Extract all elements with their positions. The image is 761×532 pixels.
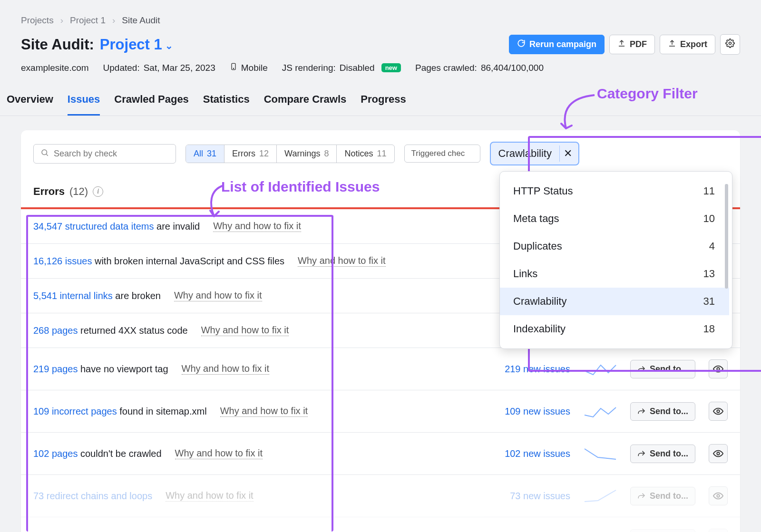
new-issues-link[interactable]: 109 new issues: [475, 406, 570, 417]
tab-crawled-pages[interactable]: Crawled Pages: [114, 86, 189, 116]
settings-button[interactable]: [720, 34, 740, 55]
why-fix-link[interactable]: Why and how to fix it: [201, 325, 289, 336]
issue-link[interactable]: 268 pages: [33, 325, 78, 336]
why-fix-link[interactable]: Why and how to fix it: [298, 255, 386, 267]
why-fix-link[interactable]: Why and how to fix it: [213, 221, 301, 232]
why-fix-link[interactable]: Why and how to fix it: [175, 448, 263, 459]
category-option-count: 13: [703, 268, 715, 280]
issue-link[interactable]: 219 pages: [33, 364, 78, 374]
crawled-label: Pages crawled:: [415, 63, 477, 73]
send-to-button[interactable]: Send to...: [630, 402, 695, 421]
pdf-button[interactable]: PDF: [609, 35, 655, 54]
share-icon: [637, 492, 646, 500]
meta-row: examplesite.com Updated: Sat, Mar 25, 20…: [0, 55, 761, 86]
send-to-label: Send to...: [650, 491, 688, 501]
category-option[interactable]: Indexability18: [500, 315, 729, 343]
tab-progress[interactable]: Progress: [361, 86, 406, 116]
why-fix-link[interactable]: Why and how to fix it: [166, 490, 254, 502]
hide-button[interactable]: [709, 359, 728, 378]
issue-link[interactable]: 34,547 structured data items: [33, 221, 154, 232]
export-label: Export: [680, 39, 707, 49]
seg-errors[interactable]: Errors 12: [224, 145, 277, 163]
new-issues-link[interactable]: 73 new issues: [475, 491, 570, 502]
send-to-button[interactable]: Send to...: [630, 445, 695, 463]
seg-all-count: 31: [207, 149, 216, 159]
hide-button[interactable]: [709, 402, 728, 421]
why-fix-link[interactable]: Why and how to fix it: [174, 290, 262, 301]
category-option[interactable]: Meta tags10: [500, 205, 729, 232]
seg-warnings[interactable]: Warnings 8: [277, 145, 337, 163]
send-to-button[interactable]: Send to...: [630, 529, 695, 532]
seg-all[interactable]: All 31: [186, 145, 224, 163]
issue-link[interactable]: 109 incorrect pages: [33, 406, 117, 416]
pdf-label: PDF: [630, 39, 647, 49]
send-to-button[interactable]: Send to...: [630, 360, 695, 378]
eye-icon: [713, 364, 723, 374]
new-issues-link[interactable]: 219 new issues: [475, 364, 570, 375]
why-fix-link[interactable]: Why and how to fix it: [220, 406, 308, 417]
category-option-count: 4: [709, 240, 715, 252]
issue-row: 73 redirect chains and loops Why and how…: [21, 475, 740, 517]
export-button[interactable]: Export: [660, 35, 715, 54]
issue-desc: 109 incorrect pages found in sitemap.xml…: [33, 406, 462, 417]
tab-compare-crawls[interactable]: Compare Crawls: [264, 86, 347, 116]
issue-text: found in sitemap.xml: [119, 406, 206, 416]
issue-link[interactable]: 16,126 issues: [33, 256, 92, 266]
svg-point-7: [717, 494, 720, 497]
hide-button[interactable]: [709, 486, 728, 505]
share-icon: [637, 407, 646, 416]
crawled-meta: Pages crawled: 86,404/100,000: [415, 63, 544, 73]
issue-desc: 102 pages couldn't be crawled Why and ho…: [33, 448, 462, 459]
eye-icon: [713, 491, 723, 501]
svg-point-3: [42, 150, 47, 155]
hide-button[interactable]: [709, 529, 728, 532]
send-to-button[interactable]: Send to...: [630, 487, 695, 505]
category-option-count: 31: [703, 295, 715, 308]
category-select[interactable]: Crawlability ✕: [490, 142, 579, 165]
eye-icon: [713, 448, 723, 459]
issue-link[interactable]: 73 redirect chains and loops: [33, 491, 152, 501]
severity-segments: All 31 Errors 12 Warnings 8 Notices 11: [185, 145, 395, 163]
search-field[interactable]: [54, 149, 169, 159]
tab-issues[interactable]: Issues: [68, 86, 100, 116]
search-input[interactable]: [33, 144, 176, 164]
issue-link[interactable]: 102 pages: [33, 448, 78, 459]
seg-notices-label: Notices: [344, 149, 373, 159]
issue-text: with broken internal JavaScript and CSS …: [95, 256, 284, 266]
rerun-button[interactable]: Rerun campaign: [509, 35, 605, 54]
seg-all-label: All: [194, 149, 203, 159]
crumb-current: Site Audit: [122, 15, 160, 26]
tab-overview[interactable]: Overview: [7, 86, 53, 116]
category-option[interactable]: HTTP Status11: [500, 177, 729, 205]
info-icon[interactable]: i: [93, 186, 103, 197]
category-option[interactable]: Duplicates4: [500, 232, 729, 260]
send-to-label: Send to...: [650, 406, 688, 416]
js-value: Disabled: [340, 63, 375, 73]
page-header: Site Audit: Project 1 ⌄ Rerun campaign P…: [0, 30, 761, 55]
category-option[interactable]: Crawlability31: [500, 288, 729, 315]
seg-errors-count: 12: [259, 149, 269, 159]
crumb-project[interactable]: Project 1: [70, 15, 106, 26]
seg-notices[interactable]: Notices 11: [337, 145, 394, 163]
new-issues-link[interactable]: 102 new issues: [475, 448, 570, 459]
sparkline-icon: [584, 488, 617, 503]
project-selector[interactable]: Project 1 ⌄: [100, 36, 173, 53]
why-fix-link[interactable]: Why and how to fix it: [182, 363, 270, 375]
mobile-icon: [230, 61, 237, 74]
category-option-label: Meta tags: [513, 213, 559, 225]
category-label: Crawlability: [498, 147, 552, 160]
rerun-label: Rerun campaign: [529, 39, 596, 49]
category-option[interactable]: Links13: [500, 260, 729, 288]
errors-count: (12): [69, 185, 88, 198]
issue-link[interactable]: 5,541 internal links: [33, 290, 113, 301]
gear-icon: [725, 39, 735, 50]
triggered-select[interactable]: Triggered chec: [404, 145, 480, 163]
svg-point-5: [717, 410, 720, 413]
close-icon[interactable]: ✕: [559, 145, 576, 162]
seg-notices-count: 11: [377, 149, 386, 159]
crumb-projects[interactable]: Projects: [21, 15, 54, 26]
updated-meta: Updated: Sat, Mar 25, 2023: [103, 63, 215, 73]
category-option-label: Indexability: [513, 323, 566, 335]
tab-statistics[interactable]: Statistics: [203, 86, 250, 116]
hide-button[interactable]: [709, 444, 728, 463]
